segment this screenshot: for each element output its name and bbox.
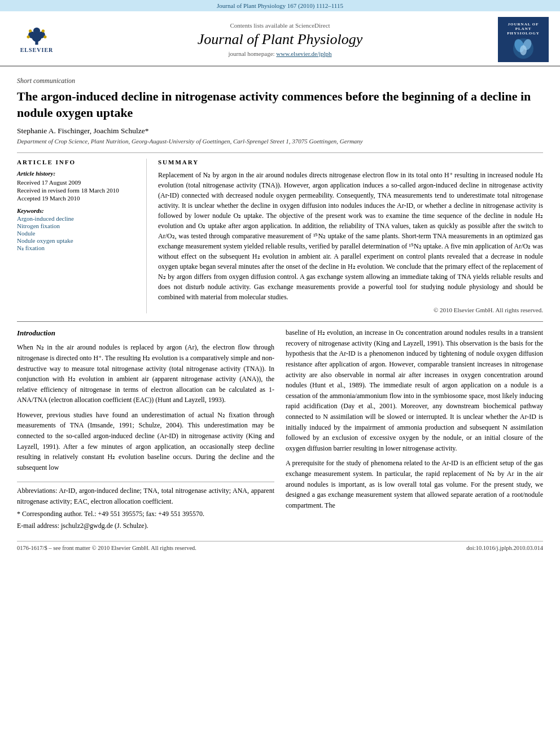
body-section: Introduction When N₂ in the air around n… [17,327,543,533]
bottom-bar: 0176-1617/$ – see front matter © 2010 El… [17,541,543,551]
footnotes-area: Abbreviations: Ar-ID, argon-induced decl… [17,482,274,531]
homepage-link[interactable]: www.elsevier.de/jplph [276,50,331,57]
authors-text: Stephanie A. Fischinger, Joachim Schulze… [17,126,148,135]
intro-para-1: When N₂ in the air around nodules is rep… [17,342,274,405]
article-info-heading: ARTICLE INFO [17,159,137,165]
body-col-left: Introduction When N₂ in the air around n… [17,327,274,533]
doi-text: doi:10.1016/j.jplph.2010.03.014 [466,545,543,551]
keyword-3[interactable]: Nodule [17,230,137,237]
summary-text: Replacement of N₂ by argon in the air ar… [158,170,543,302]
journal-name: Journal of Plant Physiology [62,31,498,48]
sciencedirect-line: Contents lists available at ScienceDirec… [62,22,498,29]
article-type-label: Short communication [17,77,543,85]
journal-citation-text: Journal of Plant Physiology 167 (2010) 1… [217,2,343,9]
article-title: The argon-induced decline in nitrogenase… [17,89,543,121]
svg-point-8 [43,36,46,38]
elsevier-logo: ELSEVIER [11,23,62,56]
journal-logo-box: JOURNAL OF PLANT PHYSIOLOGY [498,17,549,62]
summary-heading: SUMMARY [158,159,543,165]
affiliation-text: Department of Crop Science, Plant Nutrit… [17,138,543,145]
main-content: Short communication The argon-induced de… [0,67,560,562]
email-note: E-mail address: jschulz2@gwdg.de (J. Sch… [17,521,274,531]
body-right-para-1: baseline of H₂ evolution, an increase in… [286,327,543,453]
copyright-text: © 2010 Elsevier GmbH. All rights reserve… [158,307,543,313]
abbreviations-note: Abbreviations: Ar-ID, argon-induced decl… [17,486,274,506]
article-info-column: ARTICLE INFO Article history: Received 1… [17,159,147,313]
svg-point-6 [42,29,45,32]
received-revised-date: Received in revised form 18 March 2010 [17,187,137,194]
journal-homepage: journal homepage: www.elsevier.de/jplph [62,50,498,57]
received-date-1: Received 17 August 2009 [17,179,137,186]
elsevier-brand-text: ELSEVIER [20,47,54,53]
journal-header: ELSEVIER Contents lists available at Sci… [0,11,560,67]
authors-line: Stephanie A. Fischinger, Joachim Schulze… [17,126,543,136]
svg-point-4 [33,28,40,34]
accepted-date: Accepted 19 March 2010 [17,195,137,202]
svg-point-7 [27,36,30,38]
body-col-right: baseline of H₂ evolution, an increase in… [286,327,543,533]
history-label: Article history: [17,170,137,177]
keywords-label: Keywords: [17,207,137,214]
svg-point-12 [520,45,527,55]
journal-logo-plant-icon [508,38,539,59]
issn-text: 0176-1617/$ – see front matter © 2010 El… [17,545,196,551]
journal-citation-bar: Journal of Plant Physiology 167 (2010) 1… [0,0,560,11]
article-info-summary-section: ARTICLE INFO Article history: Received 1… [17,159,543,313]
intro-title: Introduction [17,327,274,339]
summary-column: SUMMARY Replacement of N₂ by argon in th… [158,159,543,313]
header-divider [17,152,543,153]
journal-title-block: Contents lists available at ScienceDirec… [62,22,498,57]
intro-para-2: However, previous studies have found an … [17,410,274,473]
keyword-1[interactable]: Argon-induced decline [17,215,137,222]
elsevier-tree-icon [23,26,51,46]
corresponding-author-note: * Corresponding author. Tel.: +49 551 39… [17,509,274,519]
keyword-2[interactable]: Nitrogen fixation [17,222,137,229]
keyword-4[interactable]: Nodule oxygen uptake [17,237,137,244]
keyword-5[interactable]: N₂ fixation [17,244,137,252]
svg-point-5 [29,29,32,32]
journal-logo-text: JOURNAL OF PLANT PHYSIOLOGY [505,20,541,38]
body-divider [17,321,543,322]
body-right-para-2: A prerequisite for the study of phenomen… [286,458,543,510]
